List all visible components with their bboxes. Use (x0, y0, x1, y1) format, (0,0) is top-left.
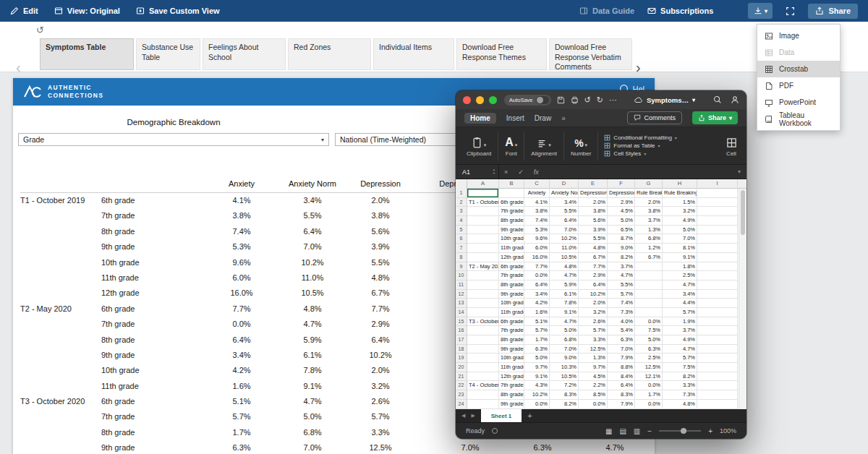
tab-download-free-response-verbatim-comments[interactable]: Download Free Response Verbatim Comments (549, 38, 632, 70)
save-icon[interactable] (557, 96, 565, 104)
tab-symptoms-table[interactable]: Symptoms Table (40, 38, 134, 70)
excel-cell[interactable] (697, 299, 738, 308)
enter-icon[interactable]: ✓ (513, 168, 529, 176)
excel-cell[interactable]: 5.0% (663, 226, 697, 235)
excel-cell[interactable] (467, 226, 499, 235)
scrollbar-thumb[interactable] (741, 190, 745, 235)
excel-cell[interactable]: 2.0% (579, 299, 608, 308)
excel-cell[interactable]: 3.2% (579, 308, 608, 317)
excel-cell[interactable]: 3.7% (663, 326, 697, 335)
excel-cell[interactable]: 12.1% (635, 372, 663, 382)
excel-row-header[interactable]: 1 (456, 189, 467, 198)
excel-cell[interactable]: 8.2% (608, 253, 635, 262)
excel-cell[interactable]: 1.8% (663, 262, 697, 272)
excel-cell[interactable]: 4.8% (579, 244, 608, 253)
excel-cell[interactable] (697, 226, 738, 235)
excel-row-header[interactable]: 8 (456, 253, 467, 262)
excel-cell[interactable]: 10.2% (579, 290, 608, 299)
excel-cell[interactable]: 10.5% (550, 253, 579, 262)
excel-cell[interactable]: 5.7% (663, 308, 697, 317)
alignment-group[interactable]: ▾ Alignment (524, 135, 563, 157)
excel-cell[interactable]: 2.6% (579, 317, 608, 327)
excel-cell[interactable]: 7th grade (499, 326, 524, 335)
excel-row-header[interactable]: 14 (456, 308, 467, 317)
excel-cell[interactable]: 7.9% (608, 354, 635, 363)
excel-cell[interactable]: 9.1% (550, 308, 579, 317)
tab-substance-use-table[interactable]: Substance Use Table (136, 38, 200, 70)
excel-cell[interactable]: 5.6% (579, 216, 608, 226)
excel-cell[interactable]: Depression (579, 189, 608, 198)
excel-cell[interactable]: 6.0% (524, 244, 550, 253)
excel-cell[interactable] (697, 280, 738, 290)
excel-cell[interactable]: 8th grade (499, 280, 524, 290)
excel-col-header[interactable]: E (579, 179, 608, 189)
page-layout-view-icon[interactable]: ▤ (619, 427, 626, 435)
excel-cell[interactable]: Anxiety Norm (550, 189, 579, 198)
excel-cell[interactable]: 11th grade (499, 363, 524, 372)
undo-icon[interactable]: ↺ (584, 96, 591, 104)
excel-cell[interactable]: 9.7% (524, 363, 550, 372)
excel-cell[interactable]: 8th grade (499, 216, 524, 226)
excel-cell[interactable]: Depression Norm (608, 189, 635, 198)
excel-cell[interactable]: T1 - October 2019 (467, 198, 499, 207)
excel-cell[interactable]: 5.7% (608, 290, 635, 299)
excel-title-bar[interactable]: AutoSave ↺ ↻ ⋯ Symptoms… ▾ (456, 90, 746, 109)
zoom-window-button[interactable] (489, 96, 497, 104)
menu-item-powerpoint[interactable]: PowerPoint (757, 94, 840, 111)
excel-col-header[interactable]: I (697, 179, 738, 189)
excel-cell[interactable] (697, 326, 738, 335)
excel-cell[interactable] (467, 234, 499, 244)
excel-cell[interactable]: 2.0% (579, 198, 608, 207)
excel-row-header[interactable]: 10 (456, 271, 467, 280)
excel-cell[interactable]: 1.3% (579, 354, 608, 363)
close-window-button[interactable] (463, 96, 471, 104)
zoom-in-icon[interactable]: + (708, 427, 712, 435)
excel-cell[interactable] (697, 354, 738, 363)
excel-cell[interactable]: 0.0% (635, 400, 663, 409)
excel-col-header[interactable]: A (467, 179, 499, 189)
excel-cell[interactable]: 4.7% (663, 280, 697, 290)
excel-row-header[interactable]: 2 (456, 198, 467, 207)
excel-cell[interactable]: 0.0% (635, 381, 663, 390)
excel-cell[interactable] (697, 290, 738, 299)
excel-cell[interactable]: 6.7% (635, 253, 663, 262)
excel-col-header[interactable]: C (524, 179, 550, 189)
excel-cell[interactable]: T2 - May 2020 (467, 262, 499, 272)
excel-cell[interactable]: 11.0% (550, 244, 579, 253)
excel-cell[interactable]: 8.3% (550, 390, 579, 400)
excel-cell[interactable] (467, 308, 499, 317)
excel-cell[interactable]: 4.2% (524, 299, 550, 308)
excel-cell[interactable] (635, 308, 663, 317)
excel-cell[interactable]: 10.5% (550, 372, 579, 382)
excel-cell[interactable]: 7.0% (608, 345, 635, 354)
excel-cell[interactable]: 4.5% (608, 207, 635, 216)
excel-cell[interactable]: 1.3% (635, 226, 663, 235)
excel-cell[interactable] (467, 345, 499, 354)
excel-cell[interactable] (697, 390, 738, 400)
excel-cell[interactable]: 1.7% (635, 390, 663, 400)
excel-cell[interactable]: 4.7% (663, 345, 697, 354)
excel-cell[interactable]: Rule Breaking Norm (663, 189, 697, 198)
search-icon[interactable] (713, 95, 722, 104)
excel-cell[interactable]: 4.3% (524, 381, 550, 390)
excel-cell[interactable]: 6.3% (608, 335, 635, 345)
save-custom-view-button[interactable]: Save Custom View (136, 7, 220, 15)
zoom-slider-thumb[interactable] (681, 428, 686, 434)
excel-cell[interactable]: 6.3% (635, 345, 663, 354)
excel-cell[interactable]: 9.1% (663, 253, 697, 262)
excel-cell[interactable]: 1.5% (663, 198, 697, 207)
excel-cell[interactable]: 7.8% (550, 299, 579, 308)
excel-row-header[interactable]: 16 (456, 326, 467, 335)
excel-cell[interactable]: 4.1% (524, 198, 550, 207)
next-sheet-icon[interactable]: ▶ (471, 413, 475, 419)
excel-cell[interactable]: 6th grade (499, 198, 524, 207)
excel-cell[interactable]: 2.9% (608, 198, 635, 207)
excel-row-header[interactable]: 13 (456, 299, 467, 308)
excel-row-header[interactable]: 9 (456, 262, 467, 272)
tabs-scroll-left-icon[interactable]: ‹ (16, 59, 21, 76)
excel-cell[interactable]: 4.9% (663, 335, 697, 345)
excel-col-header[interactable]: D (550, 179, 579, 189)
excel-cell[interactable] (467, 363, 499, 372)
excel-cell[interactable]: 8th grade (499, 390, 524, 400)
clipboard-group[interactable]: ▾ Clipboard (460, 135, 498, 157)
